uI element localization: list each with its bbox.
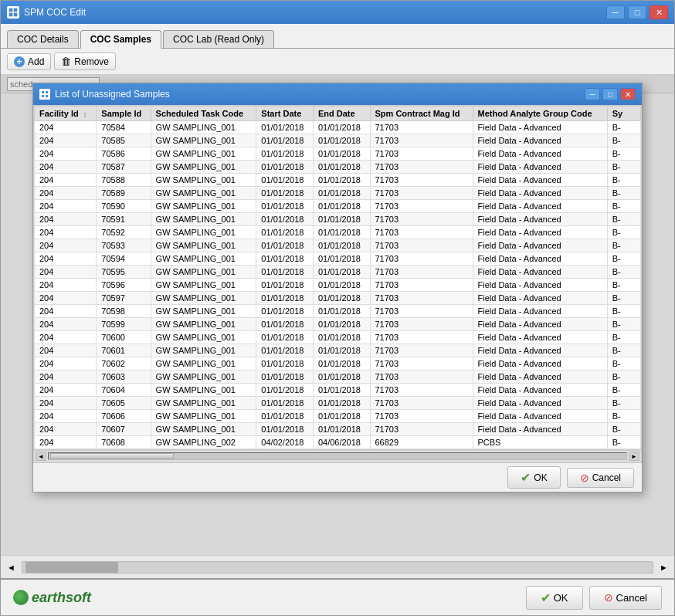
cell-facility-id: 204 xyxy=(35,410,97,423)
cell-facility-id: 204 xyxy=(35,147,97,161)
cell-analyte-group: Field Data - Advanced xyxy=(473,239,607,252)
table-row[interactable]: 204 70596 GW SAMPLING_001 01/01/2018 01/… xyxy=(35,279,641,292)
cell-task-code: GW SAMPLING_001 xyxy=(151,121,256,134)
cell-contract-mag-id: 71703 xyxy=(370,147,473,161)
cell-sample-id: 70593 xyxy=(97,239,151,252)
table-row[interactable]: 204 70590 GW SAMPLING_001 01/01/2018 01/… xyxy=(35,200,641,213)
cell-end-date: 01/01/2018 xyxy=(313,318,370,331)
table-body: 204 70584 GW SAMPLING_001 01/01/2018 01/… xyxy=(35,121,641,449)
col-header-sy[interactable]: Sy xyxy=(607,107,640,121)
scroll-right-arrow-main[interactable]: ► xyxy=(660,563,668,572)
table-row[interactable]: 204 70604 GW SAMPLING_001 01/01/2018 01/… xyxy=(35,384,641,397)
cell-sy: B- xyxy=(607,187,640,200)
table-row[interactable]: 204 70586 GW SAMPLING_001 01/01/2018 01/… xyxy=(35,147,641,161)
close-button[interactable]: ✕ xyxy=(650,5,668,19)
footer-ok-button[interactable]: ✔ OK xyxy=(526,586,583,610)
cell-facility-id: 204 xyxy=(35,266,97,279)
table-row[interactable]: 204 70593 GW SAMPLING_001 01/01/2018 01/… xyxy=(35,239,641,252)
scroll-thumb[interactable] xyxy=(50,453,174,459)
cell-sample-id: 70599 xyxy=(97,318,151,331)
table-row[interactable]: 204 70592 GW SAMPLING_001 01/01/2018 01/… xyxy=(35,226,641,239)
table-row[interactable]: 204 70597 GW SAMPLING_001 01/01/2018 01/… xyxy=(35,292,641,305)
cell-contract-mag-id: 71703 xyxy=(370,331,473,344)
cell-facility-id: 204 xyxy=(35,331,97,344)
main-hscrollbar-track[interactable] xyxy=(22,561,653,574)
cell-analyte-group: Field Data - Advanced xyxy=(473,147,607,161)
dialog-cancel-button[interactable]: ⊘ Cancel xyxy=(567,468,634,488)
col-header-analyte-group[interactable]: Method Analyte Group Code xyxy=(473,107,607,121)
tab-coc-lab[interactable]: COC Lab (Read Only) xyxy=(163,30,274,48)
dialog-minimize-button[interactable]: ─ xyxy=(585,88,600,100)
remove-button[interactable]: 🗑 Remove xyxy=(54,52,116,70)
cell-contract-mag-id: 71703 xyxy=(370,252,473,266)
cell-analyte-group: Field Data - Advanced xyxy=(473,423,607,436)
scroll-right-arrow[interactable]: ► xyxy=(629,452,639,461)
maximize-button[interactable]: □ xyxy=(628,5,646,19)
cell-facility-id: 204 xyxy=(35,397,97,410)
app-icon xyxy=(7,6,19,19)
table-row[interactable]: 204 70588 GW SAMPLING_001 01/01/2018 01/… xyxy=(35,174,641,187)
table-row[interactable]: 204 70603 GW SAMPLING_001 01/01/2018 01/… xyxy=(35,371,641,384)
cell-end-date: 01/01/2018 xyxy=(313,161,370,174)
add-button[interactable]: + Add xyxy=(7,53,51,70)
col-header-contract-mag-id[interactable]: Spm Contract Mag Id xyxy=(370,107,473,121)
table-row[interactable]: 204 70599 GW SAMPLING_001 01/01/2018 01/… xyxy=(35,318,641,331)
table-row[interactable]: 204 70607 GW SAMPLING_001 01/01/2018 01/… xyxy=(35,423,641,436)
table-row[interactable]: 204 70602 GW SAMPLING_001 01/01/2018 01/… xyxy=(35,357,641,371)
table-row[interactable]: 204 70589 GW SAMPLING_001 01/01/2018 01/… xyxy=(35,187,641,200)
tab-coc-details[interactable]: COC Details xyxy=(7,30,79,48)
scroll-left-arrow-main[interactable]: ◄ xyxy=(7,563,15,572)
table-row[interactable]: 204 70591 GW SAMPLING_001 01/01/2018 01/… xyxy=(35,213,641,226)
cell-end-date: 01/01/2018 xyxy=(313,147,370,161)
cell-sample-id: 70601 xyxy=(97,344,151,357)
table-row[interactable]: 204 70584 GW SAMPLING_001 01/01/2018 01/… xyxy=(35,121,641,134)
table-row[interactable]: 204 70608 GW SAMPLING_002 04/02/2018 04/… xyxy=(35,436,641,449)
cell-task-code: GW SAMPLING_002 xyxy=(151,436,256,449)
table-row[interactable]: 204 70600 GW SAMPLING_001 01/01/2018 01/… xyxy=(35,331,641,344)
cell-facility-id: 204 xyxy=(35,252,97,266)
table-row[interactable]: 204 70606 GW SAMPLING_001 01/01/2018 01/… xyxy=(35,410,641,423)
cell-end-date: 01/01/2018 xyxy=(313,292,370,305)
dialog: List of Unassigned Samples ─ □ ✕ Facilit xyxy=(32,83,643,492)
col-header-end-date[interactable]: End Date xyxy=(313,107,370,121)
tab-coc-samples[interactable]: COC Samples xyxy=(80,30,161,49)
table-row[interactable]: 204 70594 GW SAMPLING_001 01/01/2018 01/… xyxy=(35,252,641,266)
dialog-ok-button[interactable]: ✔ OK xyxy=(507,466,560,489)
cell-sample-id: 70592 xyxy=(97,226,151,239)
table-row[interactable]: 204 70587 GW SAMPLING_001 01/01/2018 01/… xyxy=(35,161,641,174)
dialog-maximize-button[interactable]: □ xyxy=(602,88,618,100)
samples-table-container[interactable]: Facility Id ↕ Sample Id Scheduled Task C… xyxy=(33,105,642,450)
minimize-button[interactable]: ─ xyxy=(606,5,625,19)
cell-analyte-group: Field Data - Advanced xyxy=(473,344,607,357)
col-header-facility-id[interactable]: Facility Id ↕ xyxy=(35,107,97,121)
add-icon: + xyxy=(14,56,25,67)
col-header-task-code[interactable]: Scheduled Task Code xyxy=(151,107,256,121)
check-icon: ✔ xyxy=(521,470,531,485)
col-header-sample-id[interactable]: Sample Id xyxy=(97,107,151,121)
cell-start-date: 01/01/2018 xyxy=(256,161,314,174)
main-hscrollbar-thumb[interactable] xyxy=(25,562,118,573)
cell-end-date: 01/01/2018 xyxy=(313,344,370,357)
dialog-hscrollbar[interactable]: ◄ ► xyxy=(33,450,642,462)
dialog-close-button[interactable]: ✕ xyxy=(620,88,636,100)
cell-task-code: GW SAMPLING_001 xyxy=(151,305,256,318)
cell-sample-id: 70608 xyxy=(97,436,151,449)
table-row[interactable]: 204 70601 GW SAMPLING_001 01/01/2018 01/… xyxy=(35,344,641,357)
table-row[interactable]: 204 70595 GW SAMPLING_001 01/01/2018 01/… xyxy=(35,266,641,279)
table-row[interactable]: 204 70598 GW SAMPLING_001 01/01/2018 01/… xyxy=(35,305,641,318)
cell-sample-id: 70585 xyxy=(97,134,151,147)
col-header-start-date[interactable]: Start Date xyxy=(256,107,314,121)
tab-bar: COC Details COC Samples COC Lab (Read On… xyxy=(1,24,674,49)
cell-contract-mag-id: 71703 xyxy=(370,384,473,397)
cell-analyte-group: Field Data - Advanced xyxy=(473,397,607,410)
svg-rect-7 xyxy=(46,95,48,97)
footer-cancel-button[interactable]: ⊘ Cancel xyxy=(589,586,662,610)
cell-end-date: 01/01/2018 xyxy=(313,213,370,226)
scroll-track[interactable] xyxy=(48,452,627,460)
cell-facility-id: 204 xyxy=(35,121,97,134)
cell-analyte-group: Field Data - Advanced xyxy=(473,187,607,200)
table-row[interactable]: 204 70585 GW SAMPLING_001 01/01/2018 01/… xyxy=(35,134,641,147)
cell-sample-id: 70597 xyxy=(97,292,151,305)
scroll-left-arrow[interactable]: ◄ xyxy=(36,452,46,461)
table-row[interactable]: 204 70605 GW SAMPLING_001 01/01/2018 01/… xyxy=(35,397,641,410)
